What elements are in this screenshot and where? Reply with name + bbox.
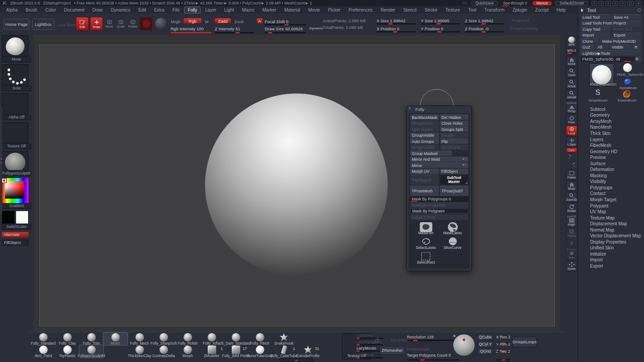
menu-tool[interactable]: Tool xyxy=(464,7,480,13)
y-size-slider[interactable]: Y Size 1.99995 xyxy=(421,18,449,23)
menu-document[interactable]: Document xyxy=(61,7,88,13)
menu-stencil[interactable]: Stencil xyxy=(400,7,420,13)
xres-slider[interactable]: X Res 2 xyxy=(496,335,510,339)
all-button[interactable]: All xyxy=(595,45,609,50)
restore-button[interactable]: □ xyxy=(627,1,634,6)
brush-folly-standard[interactable]: Folly_Standard xyxy=(31,333,55,345)
section-geometry-hd[interactable]: Geometry HD xyxy=(580,148,642,155)
sculptris-pro-button[interactable] xyxy=(140,17,152,30)
section-visibility[interactable]: Visibility xyxy=(580,179,642,185)
defaultzscript-button[interactable]: DefaultZScript xyxy=(555,1,588,6)
brush-folly-mech[interactable]: Folly_Mech xyxy=(127,333,152,345)
reset-panel-icon[interactable] xyxy=(637,8,641,12)
simplebrush-thumbnail[interactable]: S xyxy=(595,89,600,97)
folly-flip-button[interactable]: Flip xyxy=(440,138,469,144)
zsub-button[interactable]: Zsub xyxy=(234,19,244,24)
lightbox-tools-button[interactable]: Lightbox▶Tools xyxy=(580,50,642,56)
section-uv-map[interactable]: UV Map xyxy=(580,209,642,215)
section-initialize[interactable]: Initialize xyxy=(580,251,642,257)
make-polymesh3d-button[interactable]: Make PolyMesh3D xyxy=(600,38,642,44)
folly-subtool-master-button[interactable]: SubTool Master xyxy=(440,175,469,185)
import-button[interactable]: Import xyxy=(580,33,611,38)
menu-edit[interactable]: Edit xyxy=(135,7,149,13)
menu-help[interactable]: Help xyxy=(553,7,570,13)
shelf-history-ccw[interactable] xyxy=(566,154,577,161)
section-surface[interactable]: Surface xyxy=(580,160,642,167)
slicecurve-button[interactable]: SliceCurve xyxy=(439,236,466,250)
brush-contrastdelta[interactable]: ContrastDelta xyxy=(152,345,176,358)
brush-morph[interactable]: Morph xyxy=(176,345,200,358)
folly-mirror-and-weld-button[interactable]: Mirror And Weld xyxy=(410,157,468,162)
shelf-spix-3[interactable]: SPix 3 xyxy=(566,48,577,55)
section-fibermesh[interactable]: FiberMesh xyxy=(580,142,642,149)
folly-tposemesh-button[interactable]: TPoseMesh xyxy=(410,186,439,196)
load-tools-from-project-button[interactable]: Load Tools From Project xyxy=(580,20,642,26)
shelf-transp[interactable]: Transp xyxy=(566,228,577,238)
section-texture-map[interactable]: Texture Map xyxy=(580,215,642,221)
zadd-button[interactable]: Zadd xyxy=(215,18,231,24)
groupsloops-button[interactable]: GroupsLoops xyxy=(513,337,537,347)
clone-button[interactable]: Clone xyxy=(580,38,599,44)
maskpen-button[interactable]: MaskPen xyxy=(413,221,439,236)
brush-folly-sharpsoft[interactable]: Folly_SharpSoft xyxy=(152,333,176,345)
menu-render[interactable]: Render xyxy=(377,7,399,13)
export-button[interactable]: Export xyxy=(611,33,642,38)
qcube-button[interactable]: QCube xyxy=(477,334,493,340)
menu-brush[interactable]: Brush xyxy=(22,7,41,13)
panel-undock-icon[interactable] xyxy=(409,107,413,111)
shelf-aahalf[interactable]: AAHalf xyxy=(566,89,577,100)
brush-zbro-paint[interactable]: zbro_Paint xyxy=(31,345,55,358)
shelf-persp[interactable]: DynamicPersp xyxy=(566,101,577,114)
menu-texture[interactable]: Texture xyxy=(442,7,464,13)
dots-selector[interactable]: Dots xyxy=(2,64,31,91)
menus-button[interactable]: Menus xyxy=(532,1,553,6)
focal-shift-slider[interactable]: Focal Shift 0 xyxy=(265,19,288,24)
shelf-rotate[interactable]: Rotate xyxy=(566,203,577,213)
shelf-history-cw[interactable] xyxy=(566,162,577,169)
folly-group-masked-button[interactable]: Group Masked xyxy=(410,150,452,156)
menu-light[interactable]: Light xyxy=(221,7,238,13)
see-through-slider[interactable]: See-through 0 xyxy=(501,1,529,5)
shelf-floor[interactable]: Floor xyxy=(566,114,577,125)
folly-fillobject-button[interactable]: FillObject xyxy=(440,169,469,174)
brush-zmodeler[interactable]: 1ZModeler xyxy=(200,345,224,358)
brush-folly-trim[interactable]: Folly_Trim xyxy=(79,333,103,345)
draw-button[interactable]: Draw xyxy=(90,17,103,31)
texture-off-selector[interactable]: Texture Off xyxy=(2,122,31,149)
rotate-button[interactable]: R Rotate xyxy=(127,17,139,31)
menu-draw[interactable]: Draw xyxy=(89,7,106,13)
switchcolor-selector[interactable]: SwitchColor xyxy=(2,211,31,230)
rgb-intensity-slider[interactable]: Rgb Intensity 100 xyxy=(171,26,204,31)
z-intensity-slider[interactable]: Z Intensity 51 xyxy=(215,26,240,31)
tool-r-button[interactable]: R xyxy=(636,57,642,62)
project-all-button[interactable]: ProjectAll xyxy=(508,17,533,23)
r-button[interactable]: R xyxy=(632,45,642,50)
secondary-color-swatch[interactable] xyxy=(16,211,29,224)
menu-movie[interactable]: Movie xyxy=(304,7,324,13)
project-history-button[interactable]: Project History xyxy=(508,25,540,31)
menu-preferences[interactable]: Preferences xyxy=(345,7,376,13)
alternate-button[interactable]: Alternate xyxy=(2,232,29,237)
folly-mergedown-button[interactable]: MergeDown xyxy=(410,121,439,126)
menu-layer[interactable]: Layer xyxy=(201,7,220,13)
brush-follygonsculptm[interactable]: FollygonSculptM xyxy=(79,345,103,358)
close-button[interactable]: × xyxy=(635,1,642,6)
brush-extrudeprofile[interactable]: 31ExtrudeProfile xyxy=(296,345,320,358)
dynamic-toggle[interactable]: Dynamic xyxy=(309,26,323,30)
section-polypaint[interactable]: Polypaint xyxy=(580,203,642,209)
section-layers[interactable]: Layers xyxy=(580,136,642,142)
section-display-properties[interactable]: Display Properties xyxy=(580,239,642,245)
brush-folly-pinch[interactable]: Folly_Pinch xyxy=(248,333,272,345)
folly-mergevisible-button[interactable]: MergeVisible xyxy=(410,145,439,150)
shelf-polyf[interactable]: Line FillPolyF xyxy=(566,214,577,227)
folly-close-holes-button[interactable]: Close Holes xyxy=(440,121,469,126)
menu-marker[interactable]: Marker xyxy=(259,7,280,13)
selectlasso-button[interactable]: SelectLasso xyxy=(413,236,439,250)
section-preview[interactable]: Preview xyxy=(580,155,642,161)
menu-extra[interactable]: Extra xyxy=(151,7,168,13)
mrgb-button[interactable]: Mrgb xyxy=(171,19,180,24)
folly-groups-split-button[interactable]: Groups Split xyxy=(440,126,469,132)
section-vector-displacement-map[interactable]: Vector Displacement Map xyxy=(580,233,642,239)
shelf-actual[interactable]: Actual xyxy=(566,78,577,89)
alphabrush-thumbnail[interactable] xyxy=(622,77,633,86)
